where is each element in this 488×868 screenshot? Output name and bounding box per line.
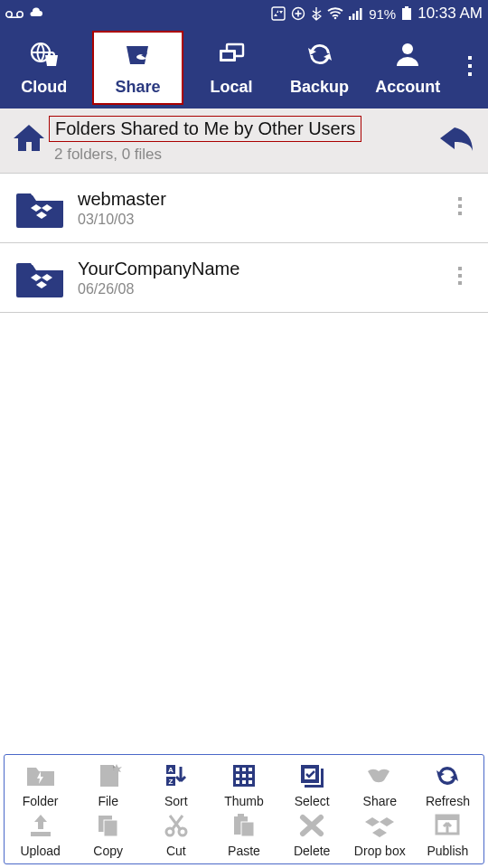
tool-upload[interactable]: Upload [6, 810, 74, 860]
upload-icon [25, 812, 56, 842]
paste-icon [229, 812, 259, 842]
tool-dropbox[interactable]: Drop box [346, 810, 414, 860]
svg-rect-41 [242, 780, 246, 784]
tool-refresh[interactable]: Refresh [414, 760, 482, 810]
tool-label: Share [363, 794, 397, 808]
folder-date: 03/10/03 [78, 212, 446, 228]
reply-arrow-icon [436, 120, 476, 160]
signal-icon [349, 7, 363, 20]
svg-rect-42 [249, 780, 252, 784]
tool-publish[interactable]: Publish [414, 810, 482, 860]
scissors-icon [161, 812, 192, 842]
tool-label: Copy [93, 844, 123, 858]
svg-rect-39 [249, 774, 252, 778]
svg-point-19 [402, 43, 413, 54]
delete-x-icon [296, 812, 327, 842]
folder-bolt-icon [25, 762, 56, 792]
home-icon [12, 122, 46, 158]
subheader-title: Folders Shared to Me by Other Users [49, 116, 361, 142]
svg-rect-9 [352, 14, 355, 20]
svg-rect-36 [249, 768, 252, 771]
svg-text:Z: Z [168, 778, 173, 786]
monitors-icon [216, 39, 247, 74]
svg-rect-18 [222, 52, 233, 59]
tab-local[interactable]: Local [187, 27, 276, 108]
svg-rect-53 [241, 822, 254, 836]
tab-share-label: Share [115, 78, 160, 97]
battery-icon [401, 6, 412, 21]
file-new-icon [93, 762, 124, 792]
svg-rect-22 [468, 72, 472, 76]
tab-share[interactable]: Share [92, 31, 184, 105]
globe-bag-icon [29, 39, 60, 74]
back-button[interactable] [434, 118, 479, 163]
folder-row[interactable]: YourCompanyName 06/26/08 [0, 243, 488, 313]
row-overflow[interactable] [446, 266, 474, 289]
svg-rect-24 [458, 204, 462, 208]
tool-thumb[interactable]: Thumb [210, 760, 277, 810]
handshake-icon [364, 762, 395, 792]
folder-row[interactable]: webmaster 03/10/03 [0, 173, 488, 243]
tool-cut[interactable]: Cut [142, 810, 210, 860]
folder-date: 06/26/08 [78, 281, 446, 297]
tool-select[interactable]: Select [278, 760, 346, 810]
bluetooth-icon [311, 6, 322, 21]
nav-tabs: Cloud Share Local Backup Account [0, 27, 488, 108]
subheader-subtitle: 2 folders, 0 files [54, 146, 434, 164]
tool-paste[interactable]: Paste [210, 810, 277, 860]
copy-icon [93, 812, 124, 842]
person-icon [392, 39, 423, 74]
tool-label: Publish [427, 844, 468, 858]
sync-icon [305, 39, 335, 74]
tab-backup[interactable]: Backup [276, 27, 364, 108]
tool-share[interactable]: Share [346, 760, 414, 810]
tool-label: Delete [294, 844, 330, 858]
svg-rect-8 [349, 16, 352, 20]
svg-rect-34 [236, 768, 239, 771]
tool-copy[interactable]: Copy [74, 810, 142, 860]
tool-label: File [98, 794, 118, 808]
share-box-icon [122, 39, 153, 74]
tool-file[interactable]: File [74, 760, 142, 810]
voicemail-icon [5, 6, 23, 22]
sort-az-icon: AZ [161, 762, 192, 792]
publish-icon [432, 812, 463, 842]
tool-label: Folder [23, 794, 59, 808]
nav-overflow[interactable] [452, 27, 488, 108]
tool-label: Upload [20, 844, 60, 858]
vertical-dots-icon [457, 266, 463, 289]
folder-name: YourCompanyName [78, 259, 446, 279]
refresh-icon [432, 762, 463, 792]
svg-rect-35 [242, 768, 246, 771]
svg-rect-52 [238, 814, 244, 818]
cloud-app-icon [29, 6, 43, 22]
clock-text: 10:33 AM [418, 5, 483, 23]
battery-pct: 91% [369, 6, 396, 22]
tab-backup-label: Backup [290, 78, 349, 97]
svg-rect-44 [305, 769, 315, 779]
tool-label: Cut [166, 844, 186, 858]
svg-point-1 [17, 11, 23, 16]
dropbox-folder-icon [14, 256, 65, 299]
dropbox-folder-icon [14, 186, 65, 230]
dropbox-icon [364, 812, 395, 842]
svg-rect-23 [458, 197, 462, 201]
tool-folder[interactable]: Folder [6, 760, 74, 810]
folder-name: webmaster [78, 189, 446, 210]
svg-rect-28 [458, 281, 462, 285]
svg-rect-21 [468, 64, 472, 68]
svg-rect-26 [458, 267, 462, 270]
home-button[interactable] [9, 120, 49, 160]
tab-account[interactable]: Account [363, 27, 452, 108]
svg-rect-20 [468, 56, 472, 60]
row-overflow[interactable] [446, 196, 474, 220]
svg-point-0 [6, 11, 12, 16]
tool-sort[interactable]: AZ Sort [142, 760, 210, 810]
tab-cloud[interactable]: Cloud [0, 27, 89, 108]
tool-label: Drop box [354, 844, 406, 858]
svg-rect-27 [458, 274, 462, 278]
tab-cloud-label: Cloud [21, 78, 67, 97]
svg-rect-3 [272, 7, 285, 20]
tool-delete[interactable]: Delete [278, 810, 346, 860]
subheader-text: Folders Shared to Me by Other Users 2 fo… [49, 116, 434, 164]
